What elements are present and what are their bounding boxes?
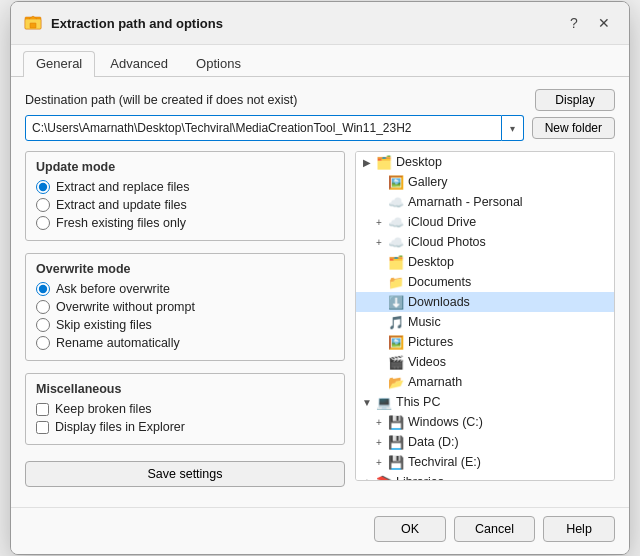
path-combo: ▾ [25, 115, 524, 141]
overwrite-mode-group: Overwrite mode Ask before overwrite Over… [25, 253, 345, 361]
expand-icon: ▶ [360, 155, 374, 169]
this-pc-icon: 💻 [375, 394, 393, 410]
expand-icon [372, 315, 386, 329]
checkbox-keep-broken[interactable]: Keep broken files [36, 402, 334, 416]
icloud-photos-icon: ☁️ [387, 234, 405, 250]
radio-skip-existing[interactable]: Skip existing files [36, 318, 334, 332]
desktop-folder-icon: 🗂️ [387, 254, 405, 270]
drive-e-icon: 💾 [387, 454, 405, 470]
radio-overwrite-no-prompt[interactable]: Overwrite without prompt [36, 300, 334, 314]
tab-options[interactable]: Options [183, 51, 254, 77]
expand-icon [372, 335, 386, 349]
tree-item-icloud-photos[interactable]: + ☁️ iCloud Photos [356, 232, 614, 252]
tree-item-techviral-e[interactable]: + 💾 Techviral (E:) [356, 452, 614, 472]
title-bar: Extraction path and options ? ✕ [11, 2, 629, 45]
tree-label: iCloud Photos [408, 235, 486, 249]
help-button[interactable]: Help [543, 516, 615, 542]
documents-icon: 📁 [387, 274, 405, 290]
tree-label: Documents [408, 275, 471, 289]
checkbox-display-explorer[interactable]: Display files in Explorer [36, 420, 334, 434]
tree-item-icloud-drive[interactable]: + ☁️ iCloud Drive [356, 212, 614, 232]
left-panel: Update mode Extract and replace files Ex… [25, 151, 345, 487]
ok-button[interactable]: OK [374, 516, 446, 542]
tree-item-videos[interactable]: 🎬 Videos [356, 352, 614, 372]
gallery-icon: 🖼️ [387, 174, 405, 190]
dest-label: Destination path (will be created if doe… [25, 93, 297, 107]
icloud-icon: ☁️ [387, 214, 405, 230]
expand-icon [372, 175, 386, 189]
pictures-icon: 🖼️ [387, 334, 405, 350]
tree-item-this-pc[interactable]: ▼ 💻 This PC [356, 392, 614, 412]
app-icon [23, 13, 43, 33]
svg-rect-2 [30, 23, 36, 28]
help-title-button[interactable]: ? [561, 10, 587, 36]
extract-replace-label: Extract and replace files [56, 180, 189, 194]
drive-c-icon: 💾 [387, 414, 405, 430]
tab-content: Destination path (will be created if doe… [11, 77, 629, 507]
cancel-button[interactable]: Cancel [454, 516, 535, 542]
expand-icon: + [360, 475, 374, 481]
misc-group: Miscellaneous Keep broken files Display … [25, 373, 345, 445]
cloud-icon: ☁️ [387, 194, 405, 210]
tree-label: Techviral (E:) [408, 455, 481, 469]
main-area: Update mode Extract and replace files Ex… [25, 151, 615, 487]
radio-ask-overwrite[interactable]: Ask before overwrite [36, 282, 334, 296]
expand-icon [372, 295, 386, 309]
expand-icon [372, 255, 386, 269]
tree-item-documents[interactable]: 📁 Documents [356, 272, 614, 292]
keep-broken-label: Keep broken files [55, 402, 152, 416]
tree-item-music[interactable]: 🎵 Music [356, 312, 614, 332]
close-button[interactable]: ✕ [591, 10, 617, 36]
tree-item-libraries[interactable]: + 📚 Libraries [356, 472, 614, 481]
misc-title: Miscellaneous [36, 382, 334, 396]
tab-general[interactable]: General [23, 51, 95, 77]
radio-extract-replace[interactable]: Extract and replace files [36, 180, 334, 194]
expand-icon: + [372, 415, 386, 429]
expand-icon: + [372, 235, 386, 249]
update-mode-group: Update mode Extract and replace files Ex… [25, 151, 345, 241]
file-tree[interactable]: ▶ 🗂️ Desktop 🖼️ Gallery ☁️ Amarn [356, 152, 614, 481]
tree-label: Downloads [408, 295, 470, 309]
tree-item-pictures[interactable]: 🖼️ Pictures [356, 332, 614, 352]
tree-item-windows-c[interactable]: + 💾 Windows (C:) [356, 412, 614, 432]
tree-label: This PC [396, 395, 440, 409]
path-input[interactable] [25, 115, 502, 141]
tree-label: Music [408, 315, 441, 329]
tree-item-amarnath-personal[interactable]: ☁️ Amarnath - Personal [356, 192, 614, 212]
save-settings-button[interactable]: Save settings [25, 461, 345, 487]
rename-auto-label: Rename automatically [56, 336, 180, 350]
music-icon: 🎵 [387, 314, 405, 330]
tree-item-amarnath-folder[interactable]: 📂 Amarnath [356, 372, 614, 392]
tree-label: Pictures [408, 335, 453, 349]
tree-label: Libraries [396, 475, 444, 481]
drive-d-icon: 💾 [387, 434, 405, 450]
tab-advanced[interactable]: Advanced [97, 51, 181, 77]
fresh-existing-label: Fresh existing files only [56, 216, 186, 230]
tree-item-data-d[interactable]: + 💾 Data (D:) [356, 432, 614, 452]
tree-item-gallery[interactable]: 🖼️ Gallery [356, 172, 614, 192]
tree-label: Amarnath - Personal [408, 195, 523, 209]
tree-label: Gallery [408, 175, 448, 189]
tree-label: Desktop [408, 255, 454, 269]
tree-item-downloads[interactable]: ⬇️ Downloads [356, 292, 614, 312]
tab-bar: General Advanced Options [11, 45, 629, 77]
radio-rename-auto[interactable]: Rename automatically [36, 336, 334, 350]
update-mode-title: Update mode [36, 160, 334, 174]
expand-icon [372, 275, 386, 289]
path-dropdown-arrow[interactable]: ▾ [502, 115, 524, 141]
new-folder-button[interactable]: New folder [532, 117, 615, 139]
folder-icon: 🗂️ [375, 154, 393, 170]
downloads-icon: ⬇️ [387, 294, 405, 310]
tree-item-desktop-root[interactable]: ▶ 🗂️ Desktop [356, 152, 614, 172]
dialog-title: Extraction path and options [51, 16, 561, 31]
expand-icon: + [372, 215, 386, 229]
tree-item-desktop-child[interactable]: 🗂️ Desktop [356, 252, 614, 272]
display-button[interactable]: Display [535, 89, 615, 111]
file-tree-panel: ▶ 🗂️ Desktop 🖼️ Gallery ☁️ Amarn [355, 151, 615, 481]
expand-icon [372, 375, 386, 389]
tree-label: iCloud Drive [408, 215, 476, 229]
radio-extract-update[interactable]: Extract and update files [36, 198, 334, 212]
radio-fresh-existing[interactable]: Fresh existing files only [36, 216, 334, 230]
expand-icon: + [372, 435, 386, 449]
expand-icon [372, 355, 386, 369]
